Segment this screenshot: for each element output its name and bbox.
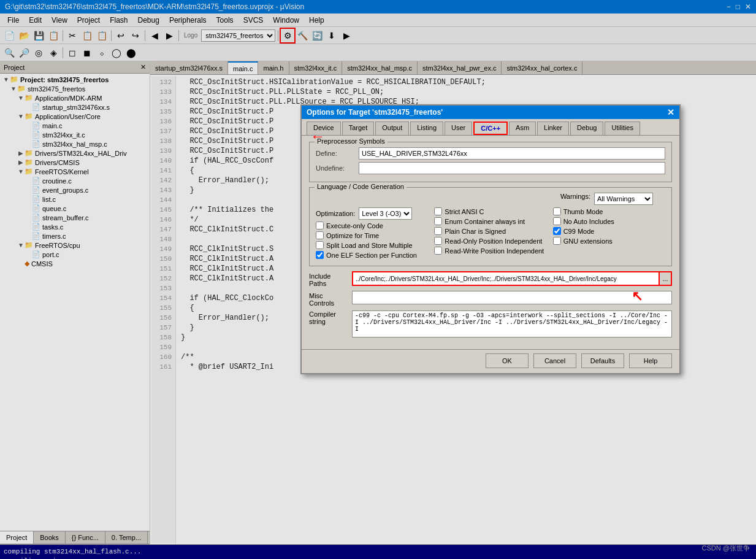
tree-item-croutine[interactable]: 📄 croutine.c: [1, 176, 148, 185]
dialog-tab-utilities[interactable]: Utilities: [605, 121, 640, 135]
tree-item-user-core[interactable]: ▼ 📁 Application/User/Core: [1, 112, 148, 121]
define-input[interactable]: [359, 147, 665, 160]
tab-main-h[interactable]: main.h: [258, 61, 289, 75]
project-panel-close[interactable]: ✕: [140, 63, 146, 71]
tab-startup[interactable]: startup_stm32l476xx.s: [150, 61, 228, 75]
read-only-cb[interactable]: [434, 237, 442, 245]
build-btn[interactable]: 🔨: [296, 29, 309, 42]
execute-only-cb[interactable]: [316, 222, 324, 229]
strict-ansi-cb[interactable]: [434, 207, 442, 215]
menu-flash[interactable]: Flash: [105, 15, 132, 26]
options-btn[interactable]: ⚙: [281, 29, 294, 42]
cancel-btn[interactable]: Cancel: [533, 353, 576, 368]
dialog-tab-linker[interactable]: Linker: [537, 121, 569, 135]
menu-svcs[interactable]: SVCS: [239, 15, 269, 26]
tree-item-project[interactable]: ▼ 📁 stm32l475_freertos: [1, 84, 148, 93]
tree-item-main-c[interactable]: 📄 main.c: [1, 121, 148, 130]
tb2-btn6[interactable]: ◼: [80, 46, 94, 60]
dialog-tab-debug[interactable]: Debug: [570, 121, 603, 135]
nav-forward-btn[interactable]: ▶: [162, 29, 176, 42]
build-output[interactable]: compiling stm3214xx_hal_flash.c... compi…: [0, 545, 756, 559]
close-btn[interactable]: ✕: [745, 2, 751, 11]
menu-peripherals[interactable]: Peripherals: [164, 15, 212, 26]
tb2-btn4[interactable]: ◈: [47, 46, 60, 60]
tab-books[interactable]: Books: [34, 531, 66, 544]
tb2-btn3[interactable]: ◎: [32, 46, 45, 60]
optimize-time-cb[interactable]: [316, 231, 324, 239]
dialog-tab-target[interactable]: Target: [342, 121, 375, 135]
compiler-textarea[interactable]: -c99 -c -cpu Cortex-M4.fp.sp -g -O3 -apc…: [352, 310, 672, 337]
warnings-select[interactable]: All Warnings No Warnings MISRA C 2004: [594, 193, 653, 205]
tab-temp[interactable]: 0. Temp...: [105, 531, 148, 544]
tab-it-c[interactable]: stm32l4xx_it.c: [289, 61, 343, 75]
tree-item-tasks[interactable]: 📄 tasks.c: [1, 222, 148, 231]
tree-item-freertos-kernel[interactable]: ▼ 📁 FreeRTOS/Kernel: [1, 167, 148, 176]
tree-item-event-groups[interactable]: 📄 event_groups.c: [1, 185, 148, 195]
tab-hal-cortex[interactable]: stm32l4xx_hal_cortex.c: [502, 61, 582, 75]
tb2-btn7[interactable]: ⬦: [95, 46, 109, 60]
tree-item-stream[interactable]: 📄 stream_buffer.c: [1, 213, 148, 222]
dialog-tab-cpp[interactable]: C/C++: [473, 121, 508, 135]
tab-main-c[interactable]: main.c: [228, 61, 258, 75]
nav-back-btn[interactable]: ◀: [148, 29, 161, 42]
menu-window[interactable]: Window: [268, 15, 304, 26]
read-write-cb[interactable]: [434, 247, 442, 255]
cut-btn[interactable]: ✂: [66, 29, 79, 42]
include-paths-browse-btn[interactable]: ...: [659, 271, 672, 286]
opt-select[interactable]: Level 3 (-O3) Level 0 (-O0) Level 1 (-O1…: [359, 207, 412, 220]
window-controls[interactable]: − □ ✕: [727, 2, 751, 11]
ok-btn[interactable]: OK: [486, 353, 529, 368]
dialog-tab-device[interactable]: Device: [307, 121, 341, 135]
tree-item-root[interactable]: ▼ 📁 Project: stm32l475_freertos: [1, 75, 148, 84]
menu-edit[interactable]: Edit: [24, 15, 47, 26]
thumb-mode-cb[interactable]: [553, 207, 561, 215]
dialog-tab-asm[interactable]: Asm: [509, 121, 536, 135]
tree-item-cmsis[interactable]: ◆ CMSIS: [1, 259, 148, 268]
download-btn[interactable]: ⬇: [325, 29, 338, 42]
maximize-btn[interactable]: □: [736, 2, 740, 11]
tree-item-hal-msp[interactable]: 📄 stm32l4xx_hal_msp.c: [1, 139, 148, 148]
tree-item-timers[interactable]: 📄 timers.c: [1, 231, 148, 241]
plain-char-cb[interactable]: [434, 227, 442, 235]
tb2-btn2[interactable]: 🔎: [17, 46, 31, 60]
one-elf-cb[interactable]: [316, 251, 324, 259]
gnu-ext-cb[interactable]: [553, 237, 561, 245]
tb2-btn8[interactable]: ◯: [110, 46, 123, 60]
tree-item-freertos-cpu[interactable]: ▼ 📁 FreeRTOS/cpu: [1, 241, 148, 250]
dialog-tab-user[interactable]: User: [445, 121, 472, 135]
tab-project[interactable]: Project: [0, 531, 34, 544]
tb2-btn9[interactable]: ⬤: [124, 46, 138, 60]
enum-container-cb[interactable]: [434, 217, 442, 225]
minimize-btn[interactable]: −: [727, 2, 731, 11]
c99-mode-cb[interactable]: [553, 227, 561, 235]
menu-debug[interactable]: Debug: [133, 15, 164, 26]
split-load-cb[interactable]: [316, 241, 324, 249]
tree-item-cmsis-driv[interactable]: ▶ 📁 Drivers/CMSIS: [1, 158, 148, 167]
target-selector[interactable]: stm32l475_freertos: [201, 29, 275, 42]
menu-view[interactable]: View: [47, 15, 72, 26]
save-btn[interactable]: 💾: [32, 29, 45, 42]
include-paths-input[interactable]: [352, 271, 672, 286]
tab-func[interactable]: {} Func...: [66, 531, 105, 544]
tree-item-it-c[interactable]: 📄 stm32l4xx_it.c: [1, 130, 148, 139]
open-btn[interactable]: 📂: [17, 29, 31, 42]
paste-btn[interactable]: 📋: [95, 29, 109, 42]
undo-btn[interactable]: ↩: [114, 29, 128, 42]
dialog-tab-listing[interactable]: Listing: [410, 121, 443, 135]
tree-item-port[interactable]: 📄 port.c: [1, 250, 148, 259]
tree-item-startup[interactable]: 📄 startup_stm32l476xx.s: [1, 102, 148, 112]
tree-item-list[interactable]: 📄 list.c: [1, 195, 148, 204]
dialog-tab-output[interactable]: Output: [375, 121, 409, 135]
tree-item-mdk-arm[interactable]: ▼ 📁 Application/MDK-ARM: [1, 93, 148, 102]
start-debug-btn[interactable]: ▶: [340, 29, 353, 42]
tree-item-hal-driv[interactable]: ▶ 📁 Drivers/STM32L4xx_HAL_Driv: [1, 148, 148, 158]
tb2-btn1[interactable]: 🔍: [2, 46, 16, 60]
tab-hal-msp[interactable]: stm32l4xx_hal_msp.c: [342, 61, 418, 75]
help-btn[interactable]: Help: [629, 353, 672, 368]
copy-btn[interactable]: 📋: [80, 29, 94, 42]
undefine-input[interactable]: [359, 162, 665, 174]
misc-input[interactable]: [352, 291, 672, 304]
new-file-btn[interactable]: 📄: [2, 29, 16, 42]
rebuild-btn[interactable]: 🔄: [310, 29, 324, 42]
menu-file[interactable]: File: [2, 15, 24, 26]
